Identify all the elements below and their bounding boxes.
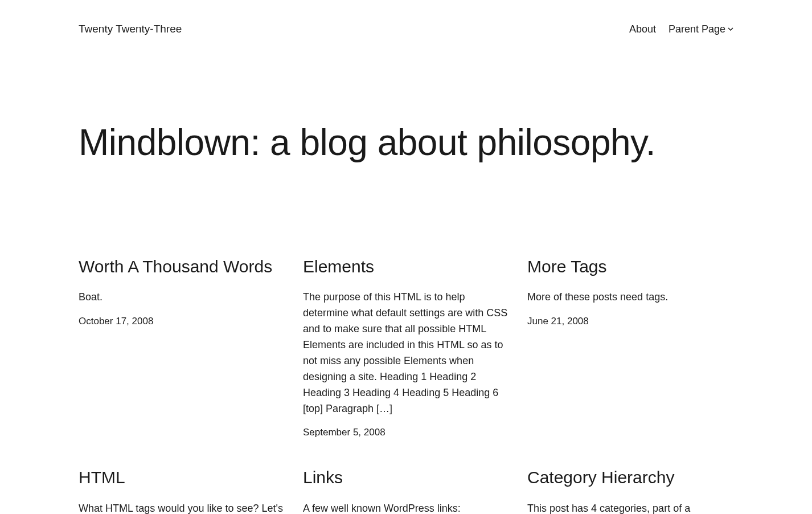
post-excerpt: Boat. [79,289,285,305]
post-date: October 17, 2008 [79,316,285,327]
primary-nav: About Parent Page [629,23,733,35]
post-title-link[interactable]: HTML [79,467,285,488]
posts-grid: Worth A Thousand Words Boat. October 17,… [79,256,733,514]
post-excerpt: The purpose of this HTML is to help dete… [303,289,509,417]
post-title-link[interactable]: Links [303,467,509,488]
post-card: Links A few well known WordPress links: … [303,467,509,514]
nav-link-parent-page-label: Parent Page [669,23,725,35]
post-title-link[interactable]: Elements [303,256,509,278]
post-card: More Tags More of these posts need tags.… [527,256,733,439]
nav-dropdown-parent-page[interactable]: Parent Page [669,23,733,35]
nav-link-about[interactable]: About [629,23,656,35]
site-header: Twenty Twenty-Three About Parent Page [79,0,733,47]
post-title-link[interactable]: More Tags [527,256,733,278]
post-excerpt: What HTML tags would you like to see? Le… [79,501,285,514]
post-excerpt: A few well known WordPress links: WordPr… [303,501,509,514]
page-title: Mindblown: a blog about philosophy. [79,121,733,165]
post-card: Elements The purpose of this HTML is to … [303,256,509,439]
post-title-link[interactable]: Worth A Thousand Words [79,256,285,278]
post-date: September 5, 2008 [303,427,509,438]
post-excerpt: More of these posts need tags. [527,289,733,305]
chevron-down-icon [728,26,733,32]
post-excerpt: This post has 4 categories, part of a hi… [527,501,733,514]
site-title-link[interactable]: Twenty Twenty-Three [79,23,182,35]
post-date: June 21, 2008 [527,316,733,327]
post-title-link[interactable]: Category Hierarchy [527,467,733,488]
post-card: Worth A Thousand Words Boat. October 17,… [79,256,285,439]
post-card: Category Hierarchy This post has 4 categ… [527,467,733,514]
post-card: HTML What HTML tags would you like to se… [79,467,285,514]
